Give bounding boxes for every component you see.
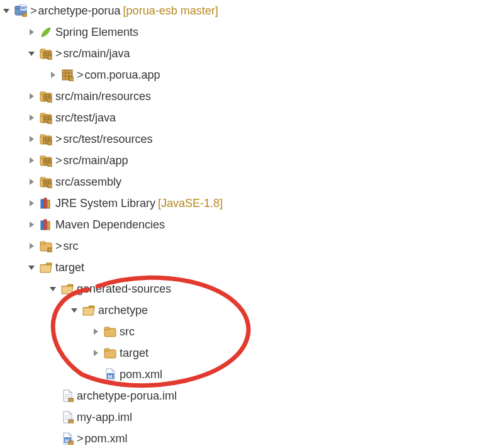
source-folder-icon [39,47,53,60]
chevron-down-icon[interactable] [69,305,79,315]
chevron-right-icon[interactable] [26,134,36,144]
source-folder-icon [39,154,53,167]
tree-item[interactable]: Maven Dependencies [0,214,482,235]
tree-item-label: src/test/resources [64,128,153,150]
tree-item[interactable]: > src/test/resources [0,128,482,150]
tree-item[interactable]: generated-sources [0,278,482,300]
tree-item[interactable]: > com.porua.app [0,64,482,86]
arrow-placeholder [91,369,101,379]
tree-item-label: archetype-porua.iml [77,385,177,406]
folder-open-icon [82,303,96,317]
tree-item[interactable]: pom.xml [0,364,482,385]
file-icon [60,389,74,403]
chevron-right-icon[interactable] [26,113,36,123]
chevron-right-icon[interactable] [91,327,101,337]
chevron-right-icon[interactable] [26,241,36,251]
spring-icon [39,25,53,39]
chevron-right-icon[interactable] [26,91,36,101]
tree-item[interactable]: src [0,321,482,342]
package-icon [60,68,74,82]
arrow-placeholder [48,391,58,401]
chevron-right-icon[interactable] [26,198,36,208]
tree-item[interactable]: src/test/java [0,107,482,128]
tree-item[interactable]: target [0,342,482,364]
chevron-right-icon[interactable] [26,220,36,230]
folder-open-icon [39,260,53,274]
source-folder-icon [39,89,53,103]
chevron-right-icon[interactable] [26,155,36,165]
source-folder-icon [39,175,53,189]
tree-item[interactable]: my-app.iml [0,406,482,428]
vcs-prefix: > [55,43,62,64]
tree-item[interactable]: archetype [0,300,482,321]
tree-item[interactable]: > pom.xml [0,428,482,448]
folder-icon [39,239,53,253]
arrow-placeholder [48,412,58,422]
tree-item[interactable]: src/assembly [0,171,482,193]
project-tree: > archetype-porua [porua-esb master] Spr… [0,0,482,448]
library-suffix: [JavaSE-1.8] [158,193,223,214]
folder-open-icon [60,282,74,296]
tree-item[interactable]: Spring Elements [0,21,482,43]
chevron-right-icon[interactable] [26,177,36,187]
vcs-prefix: > [30,0,37,21]
chevron-down-icon[interactable] [26,48,36,59]
maven-file-icon [60,432,74,445]
tree-item-label: pom.xml [120,364,162,385]
tree-item-label: src/main/java [64,43,130,64]
tree-item-label: src/main/resources [55,86,151,107]
chevron-right-icon[interactable] [26,27,36,37]
chevron-right-icon[interactable] [48,70,58,80]
vcs-prefix: > [55,235,62,257]
maven-file-icon [103,367,117,381]
tree-item[interactable]: > src/main/app [0,150,482,171]
vcs-prefix: > [77,428,84,448]
chevron-down-icon[interactable] [26,262,36,272]
tree-item-label: src/test/java [55,107,116,128]
tree-item[interactable]: JRE System Library [JavaSE-1.8] [0,193,482,214]
tree-item-label: target [120,342,149,364]
tree-item-label: Spring Elements [55,21,138,43]
source-folder-icon [39,132,53,146]
library-icon [39,218,53,232]
library-icon [39,196,53,210]
folder-icon [103,346,117,360]
arrow-placeholder [48,434,58,444]
tree-item-label: src [64,235,79,257]
tree-item[interactable]: > src/main/java [0,43,482,64]
tree-item[interactable]: target [0,257,482,278]
chevron-down-icon[interactable] [1,6,11,16]
tree-item[interactable]: archetype-porua.iml [0,385,482,406]
source-folder-icon [39,111,53,125]
tree-item-label: com.porua.app [85,64,160,86]
tree-item-label: Maven Dependencies [55,214,165,235]
tree-item-root[interactable]: > archetype-porua [porua-esb master] [0,0,482,21]
tree-item-label: my-app.iml [77,406,132,428]
tree-item-label: src/main/app [64,150,128,171]
chevron-right-icon[interactable] [91,348,101,358]
tree-item-label: JRE System Library [55,193,155,214]
vcs-prefix: > [77,64,84,86]
vcs-prefix: > [55,128,62,150]
vcs-prefix: > [55,150,62,171]
tree-item-label: src/assembly [55,171,121,193]
tree-item-label: target [55,257,84,278]
project-icon [14,4,28,18]
tree-item-label: archetype-porua [38,0,121,21]
tree-item-label: pom.xml [85,428,128,448]
file-icon [60,410,74,424]
tree-item[interactable]: > src [0,235,482,257]
chevron-down-icon[interactable] [48,284,58,294]
vcs-branch-label: [porua-esb master] [123,0,218,21]
tree-item-label: src [120,321,135,342]
tree-item[interactable]: src/main/resources [0,86,482,107]
folder-icon [103,325,117,339]
tree-item-label: generated-sources [77,278,171,300]
tree-item-label: archetype [98,300,148,321]
